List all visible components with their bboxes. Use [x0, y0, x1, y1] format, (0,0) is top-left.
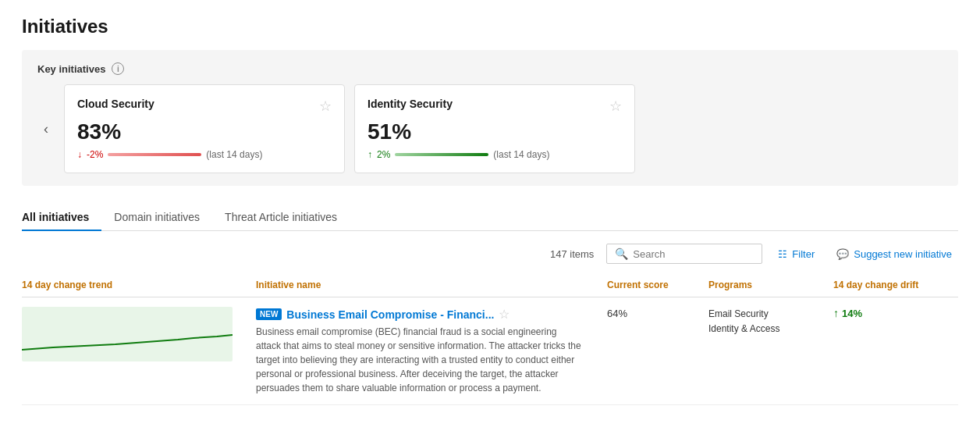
card-percent: 83%: [77, 119, 332, 144]
initiative-description: Business email compromise (BEC) financia…: [256, 325, 584, 395]
trend-chart-svg: [22, 307, 233, 361]
new-badge: NEW: [256, 308, 282, 320]
card-header: Cloud Security ☆: [77, 98, 332, 115]
cloud-security-card: Cloud Security ☆ 83% ↓ -2% (last 14 days…: [64, 84, 345, 173]
suggest-initiative-button[interactable]: 💬 Suggest new initiative: [830, 245, 958, 263]
col-header-score: Current score: [607, 279, 708, 290]
star-icon[interactable]: ☆: [319, 98, 332, 115]
trend-period-2: (last 14 days): [493, 149, 549, 160]
trend-arrow-up: ↑: [368, 149, 372, 160]
trend-chart-area: [22, 307, 233, 361]
row-star-icon[interactable]: ☆: [499, 307, 510, 322]
card-title: Cloud Security: [77, 98, 154, 110]
trend-bar-green: [395, 153, 488, 156]
trend-bar-red: [108, 153, 201, 156]
tabs-row: All initiatives Domain initiatives Threa…: [22, 205, 958, 231]
section-header: Key initiatives i: [37, 62, 943, 75]
card-title-2: Identity Security: [368, 98, 453, 110]
trend-arrow-down: ↓: [77, 149, 82, 160]
prev-arrow[interactable]: ‹: [37, 118, 55, 141]
table-header: 14 day change trend Initiative name Curr…: [22, 273, 958, 297]
score-col: 64%: [607, 307, 708, 319]
info-icon[interactable]: i: [112, 62, 124, 75]
initiatives-page: Initiatives Key initiatives i ‹ Cloud Se…: [0, 0, 980, 421]
trend-period: (last 14 days): [206, 149, 262, 160]
trend-value: -2%: [87, 149, 103, 160]
programs-col: Email Security Identity & Access: [708, 307, 833, 336]
key-initiatives-label: Key initiatives: [37, 63, 105, 75]
card-trend: ↓ -2% (last 14 days): [77, 149, 332, 160]
trend-bar-2: [395, 150, 488, 159]
filter-button[interactable]: ☷ Filter: [772, 245, 821, 263]
tab-threat-article-initiatives[interactable]: Threat Article initiatives: [212, 205, 350, 231]
program-1: Email Security: [708, 308, 769, 319]
name-row: NEW Business Email Compromise - Financi.…: [256, 307, 607, 322]
suggest-icon: 💬: [836, 248, 849, 260]
suggest-label: Suggest new initiative: [854, 248, 952, 260]
page-title: Initiatives: [22, 16, 958, 37]
initiative-name-col: NEW Business Email Compromise - Financi.…: [256, 307, 607, 395]
col-header-trend: 14 day change trend: [22, 279, 256, 290]
filter-icon: ☷: [778, 248, 787, 260]
trend-chart-col: [22, 307, 256, 361]
cards-row: ‹ Cloud Security ☆ 83% ↓ -2% (last 14 da…: [37, 84, 943, 173]
toolbar: 147 items 🔍 ☷ Filter 💬 Suggest new initi…: [22, 244, 958, 264]
score-value: 64%: [607, 308, 627, 319]
program-2: Identity & Access: [708, 323, 779, 334]
tab-domain-initiatives[interactable]: Domain initiatives: [101, 205, 212, 231]
trend-value-2: 2%: [377, 149, 390, 160]
card-trend-2: ↑ 2% (last 14 days): [368, 149, 622, 160]
items-count: 147 items: [550, 248, 594, 260]
key-initiatives-section: Key initiatives i ‹ Cloud Security ☆ 83%…: [22, 50, 958, 186]
programs-text: Email Security Identity & Access: [708, 307, 833, 336]
drift-number: 14%: [842, 308, 862, 319]
star-icon-2[interactable]: ☆: [609, 98, 622, 115]
col-header-name: Initiative name: [256, 279, 607, 290]
card-header-2: Identity Security ☆: [368, 98, 622, 115]
col-header-drift: 14 day change drift: [833, 279, 958, 290]
search-input[interactable]: [633, 248, 754, 260]
initiative-name-link[interactable]: Business Email Compromise - Financi...: [286, 308, 494, 321]
drift-col: ↑ 14%: [833, 307, 958, 319]
search-box: 🔍: [606, 244, 762, 264]
search-icon: 🔍: [615, 247, 628, 260]
drift-value: ↑ 14%: [833, 307, 958, 319]
trend-bar: [108, 150, 201, 159]
table-row: NEW Business Email Compromise - Financi.…: [22, 297, 958, 405]
identity-security-card: Identity Security ☆ 51% ↑ 2% (last 14 da…: [354, 84, 635, 173]
col-header-programs: Programs: [708, 279, 833, 290]
card-percent-2: 51%: [368, 119, 622, 144]
drift-arrow-icon: ↑: [833, 307, 839, 319]
filter-label: Filter: [792, 248, 815, 260]
tab-all-initiatives[interactable]: All initiatives: [22, 205, 101, 231]
